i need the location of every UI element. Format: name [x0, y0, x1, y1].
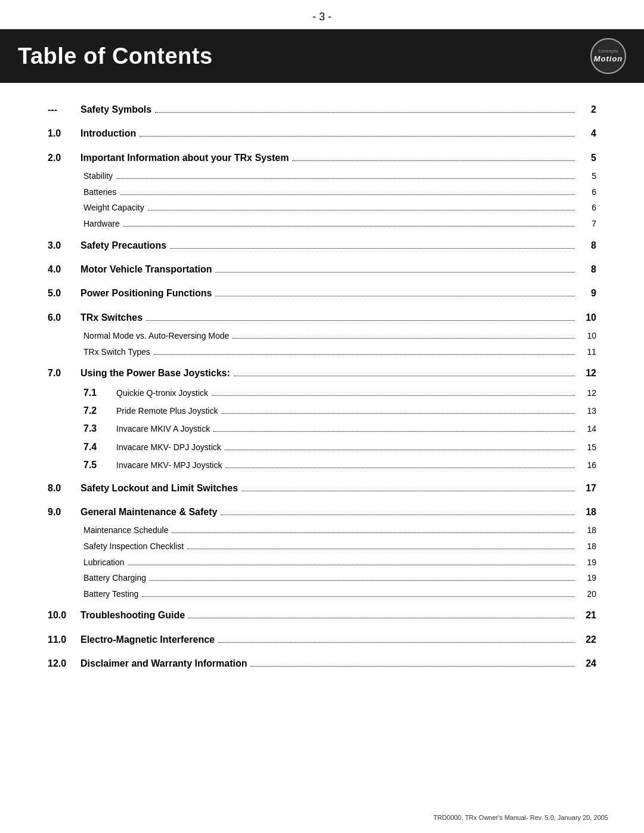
entry-dots-battery-charging — [150, 580, 575, 581]
entry-dots-power-base — [234, 376, 575, 376]
entry-label-weight-capacity: Weight Capacity — [83, 200, 144, 216]
entry-label-emi: Electro-Magnetic Interference — [80, 631, 215, 649]
entry-number-power-positioning: 5.0 — [48, 284, 80, 302]
entry-number-power-base: 7.0 — [48, 364, 80, 382]
entry-page-invacare-mkv-mpj: 16 — [578, 457, 596, 473]
toc-entry-stability: Stability 5 — [48, 168, 596, 184]
entry-page-disclaimer: 24 — [578, 655, 596, 673]
entry-dots-maintenance-schedule — [172, 532, 575, 533]
toc-entry-motor-vehicle: 4.0 Motor Vehicle Transportation 8 — [48, 261, 596, 278]
toc-entry-maintenance-schedule: Maintenance Schedule 18 — [48, 522, 596, 538]
toc-entry-emi: 11.0 Electro-Magnetic Interference 22 — [48, 631, 596, 649]
toc-entry-power-positioning: 5.0 Power Positioning Functions 9 — [48, 284, 596, 302]
toc-content: --- Safety Symbols 2 1.0 Introduction 4 … — [0, 83, 644, 710]
entry-page-invacare-mkiv: 14 — [578, 421, 596, 437]
toc-entry-safety-symbols: --- Safety Symbols 2 — [48, 101, 596, 119]
toc-entry-safety-precautions: 3.0 Safety Precautions 8 — [48, 237, 596, 255]
entry-page-stability: 5 — [578, 168, 596, 184]
entry-dots-safety-symbols — [155, 112, 575, 113]
entry-page-safety-symbols: 2 — [578, 101, 596, 119]
entry-page-maintenance-schedule: 18 — [578, 522, 596, 538]
toc-entry-battery-testing: Battery Testing 20 — [48, 586, 596, 602]
entry-number-quickie: 7.1 — [83, 384, 116, 402]
entry-dots-switch-types — [154, 354, 575, 355]
entry-dots-safety-precautions — [170, 248, 575, 249]
entry-page-battery-testing: 20 — [578, 586, 596, 602]
toc-entry-battery-charging: Battery Charging 19 — [48, 570, 596, 586]
entry-page-general-maintenance: 18 — [578, 503, 596, 521]
entry-number-introduction: 1.0 — [48, 125, 80, 143]
entry-page-motor-vehicle: 8 — [578, 261, 596, 278]
entry-number-general-maintenance: 9.0 — [48, 503, 80, 521]
entry-label-quickie: Quickie Q-tronix Joystick — [116, 385, 208, 401]
entry-number-pride: 7.2 — [83, 402, 116, 420]
toc-entry-invacare-mkv-dpj: 7.4 Invacare MKV- DPJ Joystick 15 — [48, 438, 596, 456]
page-number: - 3 - — [0, 0, 644, 29]
entry-page-important-info: 5 — [578, 149, 596, 167]
entry-label-pride: Pride Remote Plus Joystick — [116, 403, 218, 419]
entry-label-safety-inspection: Safety Inspection Checklist — [83, 538, 184, 555]
entry-label-motor-vehicle: Motor Vehicle Transportation — [80, 261, 212, 278]
entry-number-important-info: 2.0 — [48, 149, 80, 167]
entry-dots-battery-testing — [142, 596, 575, 597]
entry-page-switch-types: 11 — [578, 344, 596, 360]
entry-dots-hardware — [123, 226, 575, 227]
entry-label-switch-types: TRx Switch Types — [83, 344, 150, 360]
toc-entry-normal-mode: Normal Mode vs. Auto-Reversing Mode 10 — [48, 328, 596, 344]
entry-label-invacare-mkv-dpj: Invacare MKV- DPJ Joystick — [116, 439, 221, 456]
entry-dots-invacare-mkv-mpj — [225, 467, 575, 468]
entry-number-trx-switches: 6.0 — [48, 309, 80, 327]
toc-entry-disclaimer: 12.0 Disclaimer and Warranty Information… — [48, 655, 596, 673]
entry-label-batteries: Batteries — [83, 184, 116, 200]
toc-entry-lubrication: Lubrication 19 — [48, 555, 596, 571]
entry-number-safety-precautions: 3.0 — [48, 237, 80, 255]
entry-label-safety-precautions: Safety Precautions — [80, 237, 166, 255]
entry-page-power-base: 12 — [578, 364, 596, 382]
toc-entry-power-base: 7.0 Using the Power Base Joysticks: 12 — [48, 364, 596, 382]
logo-concepts: Concepts — [598, 49, 618, 54]
toc-entry-switch-types: TRx Switch Types 11 — [48, 344, 596, 360]
toc-entry-trx-switches: 6.0 TRx Switches 10 — [48, 309, 596, 327]
entry-dots-quickie — [212, 395, 575, 396]
entry-label-safety-lockout: Safety Lockout and Limit Switches — [80, 479, 238, 497]
entry-number-safety-lockout: 8.0 — [48, 479, 80, 497]
entry-label-disclaimer: Disclaimer and Warranty Information — [80, 655, 247, 673]
entry-page-lubrication: 19 — [578, 555, 596, 571]
toc-entry-hardware: Hardware 7 — [48, 216, 596, 232]
entry-label-hardware: Hardware — [83, 216, 120, 232]
entry-label-maintenance-schedule: Maintenance Schedule — [83, 522, 168, 538]
toc-entry-batteries: Batteries 6 — [48, 184, 596, 200]
entry-label-power-positioning: Power Positioning Functions — [80, 284, 212, 302]
page-title: Table of Contents — [18, 44, 213, 69]
entry-number-troubleshooting: 10.0 — [48, 606, 80, 624]
toc-entry-safety-lockout: 8.0 Safety Lockout and Limit Switches 17 — [48, 479, 596, 497]
entry-dots-introduction — [140, 136, 575, 137]
toc-entry-invacare-mkiv: 7.3 Invacare MKIV A Joystick 14 — [48, 420, 596, 438]
entry-label-lubrication: Lubrication — [83, 555, 125, 571]
entry-dots-important-info — [292, 160, 575, 161]
entry-label-important-info: Important Information about your TRx Sys… — [80, 149, 289, 167]
entry-page-batteries: 6 — [578, 184, 596, 200]
entry-dots-batteries — [120, 194, 575, 195]
logo-container: Concepts Motion — [590, 38, 626, 74]
entry-dots-motor-vehicle — [215, 272, 575, 272]
entry-page-introduction: 4 — [578, 125, 596, 143]
entry-label-trx-switches: TRx Switches — [80, 309, 143, 327]
entry-number-motor-vehicle: 4.0 — [48, 261, 80, 278]
entry-page-trx-switches: 10 — [578, 309, 596, 327]
entry-dots-normal-mode — [233, 338, 575, 339]
entry-dots-trx-switches — [146, 320, 575, 321]
entry-dots-pride — [221, 413, 575, 414]
entry-number-safety-symbols: --- — [48, 101, 80, 119]
entry-page-normal-mode: 10 — [578, 328, 596, 344]
entry-label-troubleshooting: Troubleshooting Guide — [80, 606, 185, 624]
toc-entry-weight-capacity: Weight Capacity 6 — [48, 200, 596, 216]
entry-number-disclaimer: 12.0 — [48, 655, 80, 673]
entry-dots-invacare-mkiv — [213, 431, 575, 432]
entry-label-invacare-mkiv: Invacare MKIV A Joystick — [116, 421, 210, 437]
entry-dots-invacare-mkv-dpj — [225, 450, 575, 450]
entry-page-quickie: 12 — [578, 385, 596, 401]
toc-entry-quickie: 7.1 Quickie Q-tronix Joystick 12 — [48, 384, 596, 402]
entry-label-safety-symbols: Safety Symbols — [80, 101, 151, 119]
entry-label-invacare-mkv-mpj: Invacare MKV- MPJ Joystick — [116, 457, 222, 473]
